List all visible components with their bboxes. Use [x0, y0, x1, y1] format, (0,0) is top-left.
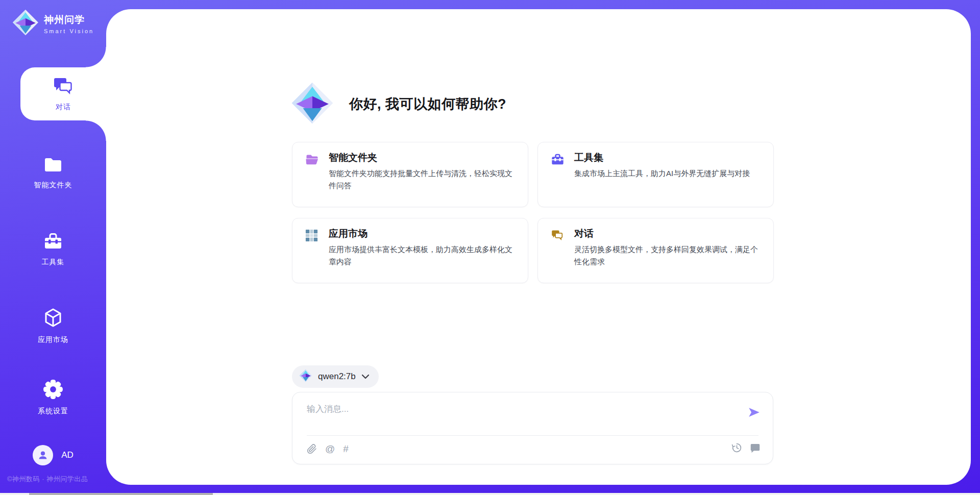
message-composer: @ # [292, 392, 773, 464]
user-account[interactable]: AD [0, 445, 106, 465]
history-icon[interactable] [731, 442, 742, 453]
sidebar-item-settings[interactable]: 系统设置 [0, 376, 106, 418]
sidebar: 神州问学 Smart Vision 对话 智能文件夹 [0, 0, 106, 495]
diamond-logo-icon [12, 9, 39, 38]
diamond-logo-icon [291, 82, 334, 127]
sidebar-item-label: 应用市场 [38, 335, 68, 344]
person-icon [37, 449, 49, 461]
folder-icon [43, 156, 63, 176]
brand-subtitle: Smart Vision [44, 28, 94, 34]
brand-name: 神州问学 [44, 13, 94, 27]
send-icon[interactable] [747, 406, 761, 419]
horizontal-scrollbar-track[interactable] [0, 493, 980, 495]
feature-card-smart-folder[interactable]: 智能文件夹 智能文件夹功能支持批量文件上传与清洗，轻松实现文件问答 [292, 142, 528, 207]
hash-icon[interactable]: # [343, 442, 349, 456]
chat-bubbles-icon [53, 76, 74, 98]
feature-card-toolset[interactable]: 工具集 集成市场上主流工具，助力AI与外界无缝扩展与对接 [537, 142, 774, 207]
sidebar-item-label: 对话 [56, 103, 71, 112]
brand-logo: 神州问学 Smart Vision [12, 9, 94, 38]
card-description: 灵活切换多模型文件，支持多样回复效果调试，满足个性化需求 [574, 243, 764, 268]
chevron-down-icon [361, 372, 370, 381]
message-icon[interactable] [750, 442, 761, 453]
card-title: 对话 [574, 227, 594, 240]
card-description: 集成市场上主流工具，助力AI与外界无缝扩展与对接 [574, 167, 764, 180]
card-description: 应用市场提供丰富长文本模板，助力高效生成多样化文章内容 [329, 243, 519, 268]
sidebar-item-label: 系统设置 [38, 407, 68, 416]
horizontal-scrollbar-thumb[interactable] [29, 493, 213, 495]
sidebar-item-smart-folder[interactable]: 智能文件夹 [0, 151, 106, 194]
sidebar-item-chat[interactable]: 对话 [20, 67, 106, 120]
toolbox-icon [551, 153, 565, 168]
sidebar-item-label: 工具集 [42, 258, 65, 267]
chat-bubbles-icon [551, 229, 564, 243]
app-grid-icon [305, 229, 318, 244]
copyright-footer: ©神州数码 · 神州问学出品 [7, 475, 104, 484]
greeting-block: 你好, 我可以如何帮助你? [291, 82, 506, 127]
card-description: 智能文件夹功能支持批量文件上传与清洗，轻松实现文件问答 [329, 167, 519, 192]
user-initials: AD [61, 450, 74, 460]
sidebar-item-toolset[interactable]: 工具集 [0, 228, 106, 270]
greeting-text: 你好, 我可以如何帮助你? [349, 95, 506, 113]
attachment-icon[interactable] [307, 443, 317, 455]
folder-open-icon [305, 153, 319, 167]
gear-icon [42, 379, 64, 402]
message-input[interactable] [307, 402, 725, 417]
sidebar-item-label: 智能文件夹 [34, 181, 72, 190]
feature-card-chat[interactable]: 对话 灵活切换多模型文件，支持多样回复效果调试，满足个性化需求 [537, 218, 774, 283]
model-selector[interactable]: qwen2:7b [292, 365, 379, 388]
toolbox-icon [43, 232, 63, 253]
avatar [33, 445, 53, 465]
model-name: qwen2:7b [318, 372, 356, 382]
card-title: 智能文件夹 [329, 151, 377, 164]
feature-card-app-market[interactable]: 应用市场 应用市场提供丰富长文本模板，助力高效生成多样化文章内容 [292, 218, 528, 283]
cube-icon [43, 307, 63, 331]
composer-divider [307, 435, 758, 436]
diamond-logo-icon [299, 369, 312, 384]
sidebar-item-app-market[interactable]: 应用市场 [0, 304, 106, 347]
card-title: 工具集 [574, 151, 603, 164]
card-title: 应用市场 [329, 227, 368, 240]
at-sign-icon[interactable]: @ [325, 442, 335, 456]
